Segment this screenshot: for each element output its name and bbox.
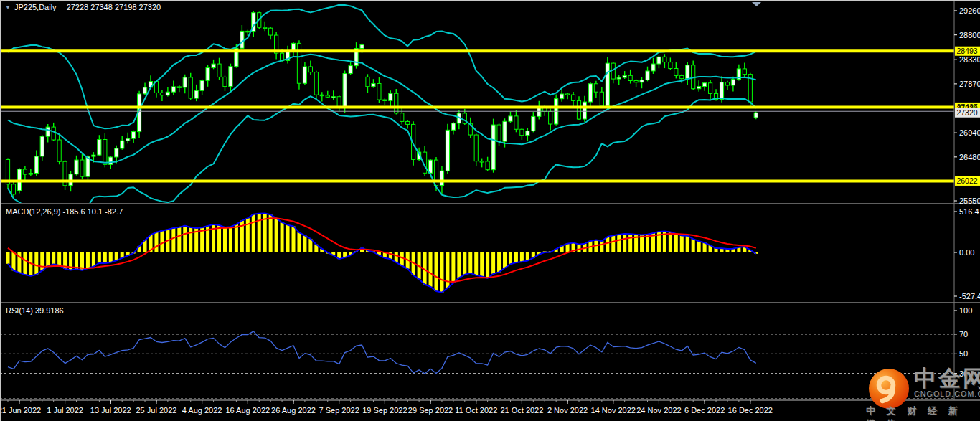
watermark-slogan: 中 文 财 经 新 媒 体 bbox=[866, 405, 980, 421]
price-tick-label: 27870 bbox=[959, 80, 980, 88]
macd-scale-label: 0.00 bbox=[959, 248, 974, 257]
watermark-cn-name: 中金网 bbox=[914, 366, 980, 391]
rsi-scale-label: 100 bbox=[959, 306, 972, 315]
price-tick-label: 26480 bbox=[959, 153, 980, 161]
macd-indicator-label: MACD(12,26,9) -185.6 10.1 -82.7 bbox=[6, 207, 123, 216]
rsi-scale-label: 70 bbox=[959, 330, 968, 339]
current-price-badge-label: 27320 bbox=[956, 108, 977, 117]
date-tick-label: 4 Aug 2022 bbox=[182, 406, 222, 415]
ohlc-values: 27228 27348 27198 27320 bbox=[67, 3, 161, 11]
date-tick-label: 14 Nov 2022 bbox=[591, 406, 636, 415]
date-tick-label: 21 Oct 2022 bbox=[500, 406, 543, 415]
price-tick-label: 26940 bbox=[959, 128, 980, 137]
date-tick-label: 16 Aug 2022 bbox=[225, 406, 270, 415]
date-tick-label: 11 Oct 2022 bbox=[455, 406, 497, 415]
date-tick-label: 25 Jul 2022 bbox=[136, 406, 177, 415]
macd-scale-label: -527.4 bbox=[959, 292, 980, 301]
level-price-badge-label: 26022 bbox=[956, 176, 977, 185]
date-tick-label: 19 Sep 2022 bbox=[362, 406, 407, 415]
date-tick-label: 29 Sep 2022 bbox=[408, 406, 453, 415]
chevron-down-icon: ▼ bbox=[5, 4, 11, 11]
symbol-timeframe: JP225,Daily bbox=[14, 3, 57, 11]
date-tick-label: 1 Jul 2022 bbox=[47, 406, 83, 415]
price-tick-label: 28800 bbox=[959, 31, 980, 39]
level-price-badge-label: 28493 bbox=[956, 47, 977, 55]
rsi-scale-label: 50 bbox=[959, 349, 968, 358]
date-tick-label: 2 Nov 2022 bbox=[547, 406, 588, 415]
mt4-chart-window: 2926028800283302787026940264802555028493… bbox=[0, 0, 980, 421]
symbol-quote-line: ▼JP225,Daily27228 27348 27198 27320 bbox=[5, 3, 161, 11]
macd-scale-label: 516.4 bbox=[959, 207, 979, 216]
price-tick-label: 25550 bbox=[959, 197, 980, 205]
date-tick-label: 26 Aug 2022 bbox=[271, 406, 316, 415]
price-tick-label: 28330 bbox=[959, 55, 980, 64]
chart-canvas[interactable]: 2926028800283302787026940264802555028493… bbox=[0, 0, 980, 421]
date-tick-label: 13 Jul 2022 bbox=[90, 406, 131, 415]
date-tick-label: 7 Sep 2022 bbox=[319, 406, 359, 415]
rsi-indicator-label: RSI(14) 39.9186 bbox=[6, 306, 64, 315]
date-tick-label: 16 Dec 2022 bbox=[728, 406, 773, 415]
watermark-domain: CNGOLD.COM.CN bbox=[914, 389, 980, 398]
price-tick-label: 29260 bbox=[959, 6, 980, 15]
date-tick-label: 24 Nov 2022 bbox=[636, 406, 681, 415]
date-tick-label: 6 Dec 2022 bbox=[684, 406, 725, 415]
date-tick-label: 21 Jun 2022 bbox=[0, 406, 41, 415]
